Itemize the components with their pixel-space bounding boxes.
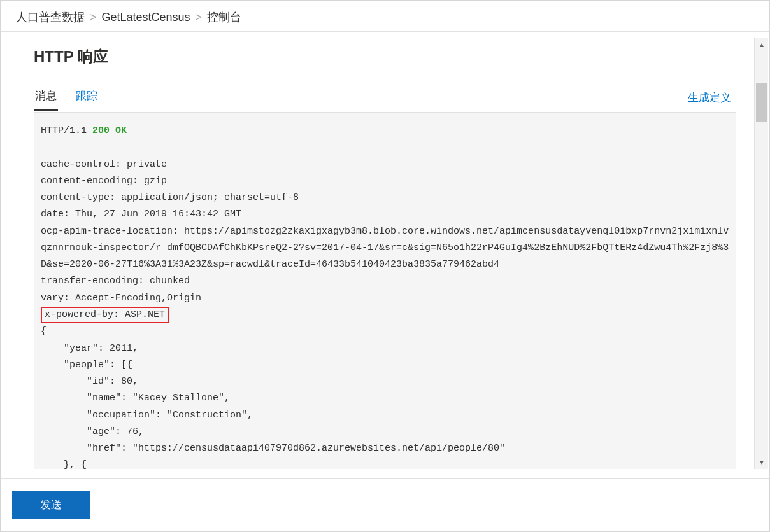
header-content-encoding: content-encoding: gzip — [41, 176, 167, 186]
breadcrumb-item-3: 控制台 — [207, 10, 241, 25]
status-code: 200 OK — [92, 125, 127, 136]
protocol-text: HTTP/1.1 — [41, 125, 87, 136]
breadcrumb-item-2[interactable]: GetLatestCensus — [102, 11, 190, 24]
content-scroll[interactable]: HTTP 响应 消息 跟踪 生成定义 HTTP/1.1 200 OK cache… — [1, 38, 752, 469]
body-line-1: "year": 2011, — [41, 343, 138, 354]
tab-message[interactable]: 消息 — [34, 85, 58, 111]
body-line-4: "name": "Kacey Stallone", — [41, 393, 230, 403]
tab-row: 消息 跟踪 生成定义 — [34, 85, 736, 112]
scrollbar[interactable]: ▴ ▾ — [754, 38, 768, 469]
breadcrumb-item-1[interactable]: 人口普查数据 — [16, 10, 85, 25]
body-line-6: "age": 76, — [41, 426, 144, 437]
header-cache-control: cache-control: private — [41, 159, 167, 170]
body-line-7: "href": "https://censusdataapi407970d862… — [41, 443, 505, 454]
tab-trace[interactable]: 跟踪 — [75, 85, 99, 111]
body-line-5: "occupation": "Construction", — [41, 410, 253, 421]
footer: 发送 — [1, 478, 769, 531]
header-transfer-encoding: transfer-encoding: chunked — [41, 276, 190, 286]
body-line-8: }, { — [41, 459, 87, 469]
http-response-panel: HTTP/1.1 200 OK cache-control: private c… — [34, 112, 736, 469]
body-line-2: "people": [{ — [41, 360, 132, 370]
scrollbar-up-arrow-icon[interactable]: ▴ — [755, 38, 769, 52]
scrollbar-down-arrow-icon[interactable]: ▾ — [755, 455, 769, 469]
generate-definition-link[interactable]: 生成定义 — [687, 87, 736, 111]
header-content-type: content-type: application/json; charset=… — [41, 192, 299, 203]
breadcrumb: 人口普查数据 > GetLatestCensus > 控制台 — [1, 1, 769, 32]
section-title: HTTP 响应 — [34, 46, 736, 67]
header-ocp-apim-trace-location: ocp-apim-trace-location: https://apimsto… — [41, 226, 729, 270]
send-button[interactable]: 发送 — [12, 491, 90, 519]
header-date: date: Thu, 27 Jun 2019 16:43:42 GMT — [41, 209, 241, 220]
body-line-3: "id": 80, — [41, 376, 138, 387]
header-vary: vary: Accept-Encoding,Origin — [41, 293, 201, 304]
body-line-0: { — [41, 326, 46, 337]
scrollbar-thumb[interactable] — [756, 83, 767, 122]
header-x-powered-by-highlighted: x-powered-by: ASP.NET — [41, 307, 169, 324]
breadcrumb-sep-1: > — [90, 11, 97, 24]
breadcrumb-sep-2: > — [196, 11, 203, 24]
